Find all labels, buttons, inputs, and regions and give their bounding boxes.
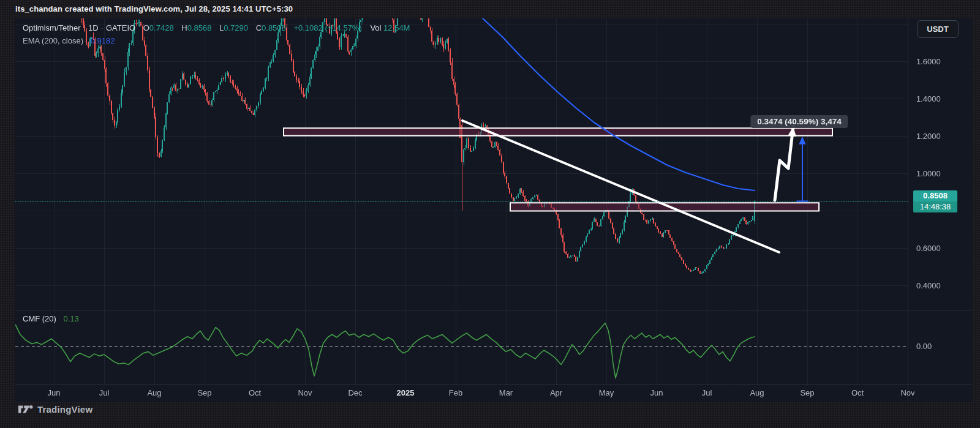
time-axis-label: Jul <box>91 388 118 397</box>
time-axis-label: Sep <box>794 388 821 397</box>
cmf-name: CMF (20) <box>23 314 56 323</box>
close-label: C <box>256 23 262 32</box>
high-label: H <box>181 23 187 32</box>
time-axis-label: Nov <box>292 388 318 397</box>
candle-countdown: 14:48:38 <box>913 201 957 212</box>
exchange-label: GATEIO <box>106 23 135 32</box>
price-tick-label: 1.6000 <box>916 57 941 66</box>
open-label: O <box>143 23 149 32</box>
cmf-zero-label: 0.00 <box>916 342 932 351</box>
time-axis-label: Nov <box>894 388 914 397</box>
last-price-value: 0.8508 <box>913 190 957 201</box>
last-price-flag[interactable]: 0.8508 14:48:38 <box>913 190 957 212</box>
tradingview-logo-icon <box>18 404 33 415</box>
interval-label: 1D <box>88 23 99 32</box>
cmf-legend[interactable]: CMF (20) 0.13 <box>23 314 79 323</box>
chart-widget: Optimism/Tether·1D·GATEIO O0.7428 H0.856… <box>15 18 973 402</box>
time-axis-label: Dec <box>342 388 369 397</box>
chart-canvas[interactable] <box>15 18 973 402</box>
price-range-measure-label[interactable]: 0.3474 (40.59%) 3,474 <box>750 115 848 128</box>
change-value: +0.1082 (+14.57%) <box>293 23 361 32</box>
cmf-value: 0.13 <box>64 314 79 323</box>
symbol-legend[interactable]: Optimism/Tether·1D·GATEIO O0.7428 H0.856… <box>23 23 410 32</box>
symbol-name: Optimism/Tether <box>23 23 81 32</box>
separator-dot: · <box>99 23 106 32</box>
volume-label: Vol <box>370 23 381 32</box>
price-tick-label: 1.2000 <box>916 132 941 141</box>
time-axis-label: Oct <box>844 388 871 397</box>
time-axis[interactable]: JunJulAugSepOctNovDec2025FebMarAprMayJun… <box>15 385 914 402</box>
separator-dot: · <box>81 23 88 32</box>
time-axis-label: Mar <box>492 388 519 397</box>
time-axis-label: 2025 <box>392 388 419 397</box>
low-value: 0.7290 <box>224 23 248 32</box>
time-axis-label: Jun <box>40 388 67 397</box>
ema-name: EMA (200, close) <box>23 36 83 45</box>
time-axis-label: Aug <box>744 388 771 397</box>
price-tick-label: 0.6000 <box>916 244 941 253</box>
time-axis-label: Jul <box>693 388 720 397</box>
open-value: 0.7428 <box>149 23 174 32</box>
price-tick-label: 0.4000 <box>916 281 941 290</box>
time-axis-label: Oct <box>241 388 268 397</box>
close-value: 0.8508 <box>262 23 286 32</box>
price-tick-label: 1.0000 <box>916 169 941 178</box>
ema-legend[interactable]: EMA (200, close) 0.9182 <box>23 36 115 45</box>
time-axis-label: May <box>593 388 620 397</box>
attribution-text: its_chandan created with TradingView.com… <box>15 4 293 13</box>
time-axis-label: Jun <box>643 388 670 397</box>
time-axis-label: Aug <box>141 388 168 397</box>
time-axis-label: Apr <box>543 388 570 397</box>
time-axis-label: Feb <box>442 388 469 397</box>
tradingview-watermark[interactable]: TradingView <box>18 404 92 415</box>
screen: { "attribution": "its_chandan created wi… <box>0 0 980 428</box>
time-axis-label: Sep <box>191 388 218 397</box>
currency-usdt-button[interactable]: USDT <box>917 20 959 38</box>
volume-value: 12.64M <box>383 23 410 32</box>
price-tick-label: 1.4000 <box>916 94 941 103</box>
watermark-text: TradingView <box>37 404 92 415</box>
high-value: 0.8568 <box>187 23 212 32</box>
ema-value: 0.9182 <box>91 36 115 45</box>
